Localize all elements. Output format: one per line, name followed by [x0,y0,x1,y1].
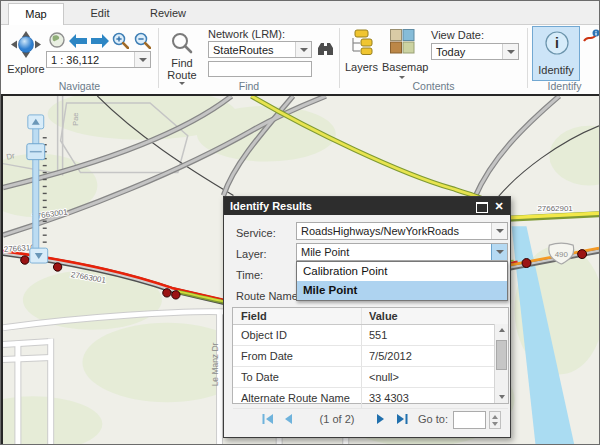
table-row[interactable]: Alternate Route Name 33 4303 [233,388,508,409]
street-label: Le Manz Dr [210,343,220,387]
service-combobox[interactable]: RoadsHighways/NewYorkRoads [296,222,508,240]
first-page-button[interactable] [261,412,275,426]
route-label: 27662901 [537,204,573,213]
find-route-button[interactable]: Find Route [163,29,201,87]
zoom-slider-track[interactable] [33,118,39,249]
dialog-title-bar[interactable]: Identify Results ✕ [224,197,510,215]
value-cell: 7/5/2012 [369,346,479,366]
basemap-label: Basemap [382,61,422,73]
zoom-in-button[interactable] [112,32,129,53]
chevron-down-icon [399,76,405,79]
scale-value: 1 : 36,112 [51,54,132,66]
service-label: Service: [236,227,276,239]
layers-label: Layers [345,61,377,73]
value-cell: <null> [369,367,479,387]
table-row[interactable]: Object ID 551 [233,325,508,346]
identify-button[interactable]: i Identify [532,26,580,81]
table-row[interactable]: To Date <null> [233,367,508,388]
ribbon-tab-strip: Map Edit Review [1,1,599,25]
layer-dropdown-list: Calibration Point Mile Point [296,261,508,301]
svg-text:490: 490 [555,250,569,259]
previous-page-button[interactable] [281,412,295,426]
chevron-down-icon [496,229,504,233]
identify-route-tool-button[interactable] [583,29,600,48]
service-dropdown-button[interactable] [491,223,507,239]
scale-combobox[interactable]: 1 : 36,112 [46,51,151,68]
mile-point-marker [53,263,61,271]
zoom-out-button[interactable] [134,32,151,53]
svg-text:i: i [555,35,559,51]
column-divider [361,346,362,366]
spinner-up-icon [492,415,498,419]
basemap-button[interactable]: Basemap [382,28,422,84]
chevron-down-icon [139,58,147,62]
group-separator [527,28,528,88]
find-button[interactable] [317,42,334,60]
explore-button[interactable]: Explore [5,29,47,77]
goto-spinner[interactable] [489,411,501,429]
column-divider [361,308,362,324]
dialog-title: Identify Results [230,200,312,212]
identify-route-icon [583,29,600,44]
find-route-magnifier-icon [170,31,194,57]
table-row[interactable]: From Date 7/5/2012 [233,346,508,367]
group-label-navigate: Navigate [1,80,158,92]
scrollbar-down-button[interactable] [495,390,508,403]
chevron-down-icon [300,48,308,52]
dropdown-option-mile-point[interactable]: Mile Point [297,281,507,300]
network-lrm-combobox[interactable]: StateRoutes [208,41,312,58]
layer-combobox[interactable]: Mile Point [296,243,508,261]
mile-point-marker [578,250,587,259]
full-extent-button[interactable] [49,32,65,52]
next-page-button[interactable] [374,412,388,426]
group-label-identify: Identify [528,80,600,92]
field-cell: From Date [241,346,361,366]
view-date-dropdown-button[interactable] [502,44,518,59]
mile-point-marker [522,259,531,268]
tab-map[interactable]: Map [8,3,64,26]
street-label: Pae [71,113,80,126]
network-dropdown-button[interactable] [295,42,311,57]
last-page-icon [395,412,409,426]
field-cell: To Date [241,367,361,387]
column-divider [361,325,362,345]
triangle-down-icon [499,395,505,399]
last-page-button[interactable] [395,412,409,426]
service-value: RoadsHighways/NewYorkRoads [301,225,489,237]
forward-button[interactable] [91,34,109,52]
view-date-value: Today [436,46,500,58]
ribbon: Explore 1 : 36,112 [1,25,599,94]
globe-icon [49,32,65,48]
application-window: Map Edit Review Explore [0,0,600,445]
close-icon: ✕ [494,200,503,212]
scrollbar-up-button[interactable] [495,324,508,337]
layer-dropdown-button[interactable] [491,244,507,260]
dropdown-option-calibration-point[interactable]: Calibration Point [297,262,507,281]
tab-edit[interactable]: Edit [73,3,127,24]
map-view[interactable]: 490 27663001 27663101 27663001 27662901 … [1,94,600,445]
scrollbar-thumb[interactable] [496,340,507,370]
maximize-button[interactable] [476,202,488,213]
field-cell: Alternate Route Name [241,388,361,408]
tab-review[interactable]: Review [139,3,197,24]
value-cell: 551 [369,325,479,345]
group-separator [158,28,159,88]
column-divider [361,388,362,408]
previous-page-icon [281,412,295,426]
view-date-combobox[interactable]: Today [431,43,519,60]
route-input[interactable] [208,61,312,77]
back-button[interactable] [69,34,87,52]
table-scrollbar[interactable] [494,324,508,403]
goto-input[interactable] [453,411,486,429]
layers-button[interactable]: Layers [345,28,377,74]
time-label: Time: [236,269,263,281]
column-header-field: Field [241,308,361,324]
first-page-icon [261,412,275,426]
close-button[interactable]: ✕ [493,199,505,213]
mile-point-marker [21,256,29,264]
field-cell: Object ID [241,325,361,345]
scale-dropdown-button[interactable] [134,52,150,67]
route-name-label: Route Name: [236,290,301,302]
triangle-up-icon [499,328,505,332]
table-header-row: Field Value [233,308,508,325]
